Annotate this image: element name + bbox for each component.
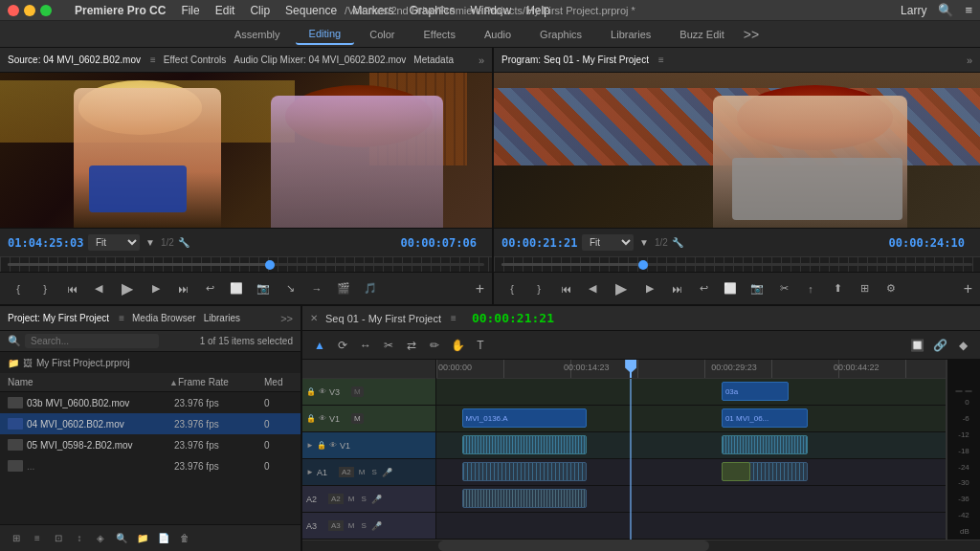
tool-rate-stretch[interactable]: ↔: [356, 336, 375, 355]
close-button[interactable]: [8, 5, 19, 16]
source-play-btn[interactable]: ▶: [115, 276, 140, 301]
program-progress-bar[interactable]: [501, 263, 972, 266]
source-drag-audio-btn[interactable]: 🎵: [360, 278, 381, 299]
col-header-frame-rate[interactable]: Frame Rate: [178, 377, 264, 387]
track-v3-sync[interactable]: M: [351, 386, 364, 397]
source-wrench-icon[interactable]: 🔧: [178, 237, 189, 248]
clip-03a[interactable]: 03a: [722, 382, 789, 401]
track-row-v1-upper[interactable]: MVI_0136.A 01 MVI_06...: [436, 406, 946, 432]
menu-sequence[interactable]: Sequence: [285, 4, 337, 17]
source-loop-btn[interactable]: ↩: [199, 278, 220, 299]
source-export-frame-btn[interactable]: 📷: [253, 278, 274, 299]
source-tab-effect-controls[interactable]: Effect Controls: [164, 55, 226, 65]
tab-effects[interactable]: Effects: [411, 25, 469, 44]
timeline-close-btn[interactable]: ✕: [310, 313, 318, 323]
source-scrubber[interactable]: [0, 256, 492, 272]
source-mark-in-btn[interactable]: {: [8, 278, 29, 299]
col-header-name[interactable]: Name: [8, 377, 169, 387]
track-a1-toggle[interactable]: A2: [339, 467, 354, 477]
clip-audio-v1-2[interactable]: [722, 435, 808, 454]
source-drag-video-btn[interactable]: 🎬: [333, 278, 354, 299]
icon-view-btn[interactable]: ⊞: [8, 530, 25, 547]
program-step-back-btn[interactable]: ◀: [582, 278, 603, 299]
menu-icon[interactable]: ≡: [965, 3, 972, 17]
program-fit-select[interactable]: Fit25%50%100%: [582, 234, 634, 251]
source-goto-out-btn[interactable]: ⏭: [172, 278, 193, 299]
program-safe-margin-btn[interactable]: ⬜: [720, 278, 741, 299]
track-row-a2[interactable]: [436, 486, 946, 513]
clip-audio-small[interactable]: [722, 462, 750, 481]
track-a3-mute[interactable]: M: [346, 521, 357, 530]
track-v1-target[interactable]: ►: [306, 441, 314, 450]
tab-audio[interactable]: Audio: [471, 25, 524, 44]
source-safe-margin-btn[interactable]: ⬜: [226, 278, 247, 299]
tool-hand[interactable]: ✋: [448, 336, 467, 355]
tool-ripple[interactable]: ⟳: [333, 336, 352, 355]
track-lock-v1[interactable]: 🔒: [317, 441, 326, 450]
workspace-more[interactable]: >>: [744, 27, 759, 42]
track-row-v1-lower[interactable]: [436, 432, 946, 459]
time-ruler[interactable]: 00:00:00 00:00:14:23 00:00:29:23 00:00:4…: [436, 360, 946, 379]
tab-editing[interactable]: Editing: [296, 24, 355, 45]
program-mark-in-btn[interactable]: {: [501, 278, 523, 299]
program-extract-btn[interactable]: ⬆: [827, 278, 848, 299]
menu-file[interactable]: File: [181, 4, 199, 17]
program-step-fwd-btn[interactable]: ▶: [639, 278, 660, 299]
new-item-btn[interactable]: 📄: [155, 530, 172, 547]
source-mark-out-btn[interactable]: }: [34, 278, 56, 299]
source-step-back-btn[interactable]: ◀: [88, 278, 109, 299]
timeline-scrollbar[interactable]: [302, 540, 980, 551]
timeline-scroll-thumb[interactable]: [438, 540, 709, 551]
track-a3-toggle[interactable]: A3: [328, 520, 344, 531]
program-panel-more[interactable]: »: [967, 55, 972, 66]
program-goto-in-btn[interactable]: ⏮: [555, 278, 576, 299]
tool-type[interactable]: T: [471, 336, 490, 355]
track-a2-mic[interactable]: 🎤: [371, 495, 382, 504]
program-loop-btn[interactable]: ↩: [693, 278, 714, 299]
track-v1t-toggle[interactable]: M: [351, 413, 364, 424]
track-lock-v3[interactable]: 🔒: [306, 387, 316, 396]
source-goto-in-btn[interactable]: ⏮: [61, 278, 82, 299]
track-a1-mic[interactable]: 🎤: [382, 468, 392, 477]
sort-btn[interactable]: ↕: [71, 530, 88, 547]
file-row[interactable]: 04 MVI_0602.B02.mov 23.976 fps 0: [0, 413, 301, 434]
track-a2-toggle[interactable]: A2: [328, 494, 344, 504]
source-fit-select[interactable]: Fit25%50%100%: [88, 234, 140, 251]
program-lift-btn[interactable]: ↑: [800, 278, 821, 299]
program-add-btn[interactable]: +: [964, 280, 972, 298]
freeform-view-btn[interactable]: ⊡: [50, 530, 67, 547]
project-tab-project[interactable]: Project: My First Project: [8, 313, 109, 323]
source-insert-btn[interactable]: ↘: [279, 278, 301, 299]
file-row[interactable]: ... 23.976 fps 0: [0, 455, 301, 476]
col-header-media[interactable]: Med: [264, 377, 293, 387]
track-row-a3[interactable]: [436, 513, 946, 540]
add-marker-btn[interactable]: ◆: [953, 336, 972, 355]
source-tab-active[interactable]: Source: 04 MVI_0602.B02.mov: [8, 55, 141, 65]
project-tab-libraries[interactable]: Libraries: [204, 313, 240, 323]
track-a1-mute[interactable]: M: [357, 468, 368, 476]
program-playhead-dot[interactable]: [638, 260, 648, 270]
source-playhead-dot[interactable]: [265, 260, 275, 270]
track-a2-mute[interactable]: M: [346, 495, 357, 503]
source-progress-bar[interactable]: [8, 263, 484, 266]
tool-slip[interactable]: ⇄: [402, 336, 421, 355]
tab-libraries[interactable]: Libraries: [597, 25, 664, 44]
tab-color[interactable]: Color: [356, 25, 408, 44]
track-a3-mic[interactable]: 🎤: [371, 521, 382, 531]
snap-toggle[interactable]: 🔲: [907, 336, 926, 355]
clip-mvi0136[interactable]: MVI_0136.A: [462, 408, 587, 428]
file-row[interactable]: 03b MVI_0600.B02.mov 23.976 fps 0: [0, 392, 301, 413]
program-play-btn[interactable]: ▶: [609, 276, 634, 301]
track-a2-solo[interactable]: S: [359, 495, 368, 503]
maximize-button[interactable]: [40, 5, 52, 16]
source-panel-more[interactable]: »: [479, 55, 484, 66]
tab-buzz-edit[interactable]: Buzz Edit: [666, 25, 737, 44]
track-eye-v1t[interactable]: 👁: [319, 414, 326, 423]
project-tab-media-browser[interactable]: Media Browser: [132, 313, 196, 323]
source-tab-metadata[interactable]: Metadata: [413, 55, 454, 65]
tool-razor[interactable]: ✂: [379, 336, 398, 355]
source-add-btn[interactable]: +: [476, 280, 484, 298]
track-a1-solo[interactable]: S: [369, 468, 378, 476]
program-trim-btn[interactable]: ✂: [773, 278, 794, 299]
minimize-button[interactable]: [24, 5, 35, 16]
